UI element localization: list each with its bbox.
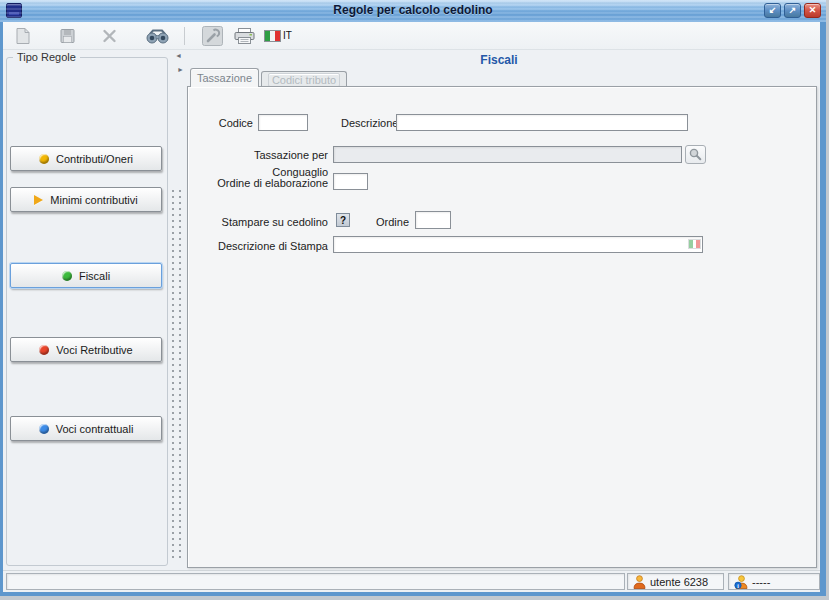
group-title: Tipo Regole [13, 51, 80, 63]
splitter-handle[interactable] [172, 190, 174, 562]
status-message-panel [6, 573, 625, 590]
statusbar: utente 6238 i ----- [3, 570, 820, 592]
titlebar[interactable]: Regole per calcolo cedolino ↙ ↗ ✕ [0, 0, 826, 22]
status-session-panel: i ----- [728, 573, 820, 590]
search-button[interactable] [146, 28, 169, 44]
sidebar-button-fiscali[interactable]: Fiscali [10, 263, 162, 288]
close-icon: ✕ [809, 6, 817, 15]
green-circle-icon [62, 271, 72, 281]
descrizione-stampa-label: Descrizione di Stampa [196, 238, 328, 255]
minimize-icon: ↙ [769, 6, 777, 15]
sidebar-button-contributi-oneri[interactable]: Contributi/Oneri [10, 146, 162, 171]
yellow-triangle-icon [34, 195, 43, 205]
user-icon [633, 575, 646, 589]
print-button[interactable] [234, 27, 255, 44]
question-mark-icon: ? [340, 215, 346, 226]
close-button[interactable]: ✕ [804, 3, 821, 18]
status-session-label: ----- [752, 576, 770, 588]
maximize-button[interactable]: ↗ [784, 3, 801, 18]
codice-input[interactable] [258, 114, 308, 131]
ordine-elaborazione-label: Ordine di elaborazione [196, 175, 328, 192]
descrizione-input[interactable] [396, 114, 688, 131]
ordine-input[interactable] [415, 211, 451, 229]
ordine-label: Ordine [376, 214, 409, 231]
sidebar-button-voci-retributive[interactable]: Voci Retributive [10, 337, 162, 362]
language-indicator[interactable]: IT [264, 30, 292, 42]
section-header: Fiscali [183, 53, 815, 67]
minimize-button[interactable]: ↙ [764, 3, 781, 18]
red-circle-icon [39, 345, 49, 355]
splitter-expand-icon[interactable]: ► [177, 66, 184, 73]
sidebar-button-label: Voci contrattuali [56, 423, 134, 435]
stampare-su-cedolino-label: Stampare su cedolino [196, 214, 328, 231]
toolbar-separator [184, 27, 185, 45]
maximize-icon: ↗ [789, 6, 797, 15]
splitter-collapse-icon[interactable]: ◄ [175, 52, 182, 59]
save-icon [60, 28, 75, 43]
desktop-background: Regole per calcolo cedolino ↙ ↗ ✕ [0, 0, 829, 600]
search-binoculars-icon [146, 28, 169, 44]
status-user-label: utente 6238 [650, 576, 708, 588]
toolbar: IT [3, 22, 820, 50]
sidebar-button-minimi-contributivi[interactable]: Minimi contributivi [10, 187, 162, 212]
lookup-button[interactable] [685, 145, 706, 164]
new-record-icon [16, 27, 30, 44]
tools-button[interactable] [202, 26, 223, 46]
tassazione-panel: Codice Descrizione Tassazione per Congua… [187, 86, 817, 568]
content-area: Tipo Regole Contributi/Oneri Minimi cont… [3, 50, 820, 570]
language-label: IT [283, 30, 292, 41]
descrizione-stampa-input[interactable] [333, 236, 703, 253]
yellow-circle-icon [39, 154, 49, 164]
tipo-regole-group: Tipo Regole Contributi/Oneri Minimi cont… [6, 57, 168, 566]
italian-flag-icon [264, 30, 281, 42]
ordine-elaborazione-input[interactable] [333, 173, 368, 190]
tab-codici-tributo: Codici tributo [261, 71, 347, 87]
delete-icon [102, 29, 117, 43]
status-user-panel: utente 6238 [627, 573, 724, 590]
print-icon [234, 27, 255, 44]
tab-tassazione[interactable]: Tassazione [190, 68, 259, 87]
sidebar-button-label: Minimi contributivi [50, 194, 137, 206]
codice-label: Codice [196, 115, 253, 132]
sidebar-button-label: Voci Retributive [56, 344, 132, 356]
tools-icon [202, 26, 223, 46]
translation-flag-icon [688, 239, 701, 249]
sidebar-button-voci-contrattuali[interactable]: Voci contrattuali [10, 416, 162, 441]
user-info-icon: i [734, 575, 748, 589]
stampare-checkbox[interactable]: ? [336, 213, 350, 227]
sidebar-button-label: Fiscali [79, 270, 110, 282]
splitter-handle[interactable] [179, 190, 181, 562]
descrizione-label: Descrizione [341, 115, 398, 132]
window-controls: ↙ ↗ ✕ [764, 3, 821, 18]
sidebar-button-label: Contributi/Oneri [56, 153, 133, 165]
blue-circle-icon [39, 424, 49, 434]
delete-button[interactable] [102, 29, 117, 43]
save-button[interactable] [60, 28, 75, 43]
tassazione-conguaglio-input[interactable] [333, 146, 682, 163]
magnifier-icon [689, 148, 702, 161]
window-title: Regole per calcolo cedolino [0, 3, 826, 17]
app-window: Regole per calcolo cedolino ↙ ↗ ✕ [0, 0, 826, 596]
new-record-button[interactable] [16, 27, 30, 44]
